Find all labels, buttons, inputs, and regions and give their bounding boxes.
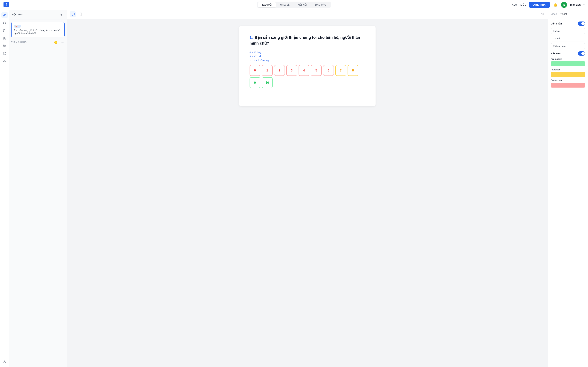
- badge-number: 1: [18, 25, 20, 27]
- passives-bar: [551, 72, 585, 77]
- svg-text:f: f: [6, 3, 7, 6]
- scale-button-3[interactable]: 3: [286, 65, 297, 76]
- scale-label-5: 5 → Có thể: [250, 54, 365, 58]
- tab-ket-noi[interactable]: KẾT NỐI: [294, 2, 311, 7]
- scale-button-1[interactable]: 1: [262, 65, 273, 76]
- passives-label: Passives: [551, 68, 585, 71]
- bat-nps-toggle[interactable]: [578, 51, 585, 56]
- scale-button-0[interactable]: 0: [250, 65, 260, 76]
- chevron-down-icon: ▾: [583, 4, 585, 6]
- svg-rect-5: [3, 37, 4, 38]
- scale-button-8[interactable]: 8: [347, 65, 358, 76]
- panel-tab-video[interactable]: Video: [551, 13, 557, 15]
- scale-button-7[interactable]: 7: [335, 65, 346, 76]
- logo[interactable]: f: [3, 2, 9, 8]
- desktop-view-button[interactable]: [70, 11, 76, 17]
- user-name[interactable]: Trinh Lam: [570, 3, 581, 6]
- panel-tab-them[interactable]: Thêm: [561, 13, 567, 15]
- scale-button-10[interactable]: 10: [262, 77, 273, 88]
- add-question-button[interactable]: THÊM CÂU HỎI: [11, 41, 27, 43]
- detractors-label: Detractors: [551, 79, 585, 82]
- scale-label-10: 10 → Rất sẵn lòng: [250, 58, 365, 63]
- question-item-1[interactable]: 📊 1 Bạn sẵn sàng giới thiệu chúng tôi ch…: [11, 22, 65, 37]
- promoters-section: Promoters: [551, 58, 585, 66]
- nav-tabs: TẠO MỚI CHIA SẺ KẾT NỐI BÁO CÁO: [257, 1, 331, 8]
- svg-rect-7: [3, 38, 4, 39]
- label-rat-san-long-input[interactable]: [551, 43, 585, 49]
- passives-section: Passives: [551, 68, 585, 77]
- badge-icon: 📊: [15, 25, 18, 27]
- svg-point-4: [3, 31, 4, 32]
- detractors-section: Detractors: [551, 79, 585, 88]
- svg-rect-10: [3, 46, 4, 47]
- svg-rect-6: [5, 37, 6, 38]
- bat-nps-label: Bật NPS: [551, 52, 561, 55]
- bell-icon[interactable]: 🔔: [553, 2, 558, 8]
- add-question-bar: THÊM CÂU HỎI 🙂 •••: [9, 37, 67, 45]
- label-co-the-input[interactable]: [551, 36, 585, 42]
- canvas-area: 1. Bạn sẵn sàng giới thiệu chúng tôi cho…: [67, 10, 548, 367]
- tab-chia-se[interactable]: CHIA SẺ: [276, 2, 294, 7]
- question-main-text: Bạn sẵn sàng giới thiệu chúng tôi cho bạ…: [250, 35, 360, 45]
- dan-nhan-label: Dán nhãn: [551, 22, 562, 25]
- label-khong-input[interactable]: [551, 28, 585, 34]
- nav-right: XEM TRƯỚC CÔNG KHAI 🔔 TL Trinh Lam ▾: [512, 2, 585, 8]
- tab-bao-cao[interactable]: BÁO CÁO: [311, 2, 330, 7]
- dan-nhan-toggle[interactable]: [578, 22, 585, 26]
- sidebar-icon-lock[interactable]: [1, 359, 8, 365]
- question-heading: 1. Bạn sẵn sàng giới thiệu chúng tôi cho…: [250, 35, 365, 46]
- bat-nps-row: Bật NPS: [551, 51, 585, 56]
- sidebar-icon-list[interactable]: [1, 43, 8, 49]
- slide-card: 1. Bạn sẵn sàng giới thiệu chúng tôi cho…: [239, 26, 376, 106]
- scale-button-4[interactable]: 4: [299, 65, 309, 76]
- panel-tabs: Video Thêm: [551, 13, 585, 18]
- question-badge: 📊 1: [14, 25, 21, 28]
- svg-rect-16: [4, 362, 5, 363]
- emoji-button[interactable]: 🙂: [53, 40, 58, 45]
- sidebar-icon-megaphone[interactable]: [1, 58, 8, 64]
- more-options-button[interactable]: •••: [60, 40, 65, 45]
- right-panel: Video Thêm Dán nhãn Bật NPS Promoters Pa…: [548, 10, 588, 367]
- add-content-button[interactable]: +: [59, 12, 64, 17]
- canvas-toolbar: [67, 10, 548, 19]
- sidebar-header: NỘI DUNG +: [9, 10, 67, 20]
- scale-button-6[interactable]: 6: [323, 65, 334, 76]
- promoters-bar: [551, 61, 585, 66]
- sidebar-icon-fire[interactable]: [1, 20, 8, 26]
- refresh-button[interactable]: [539, 12, 545, 17]
- sidebar-icon-branch[interactable]: [1, 27, 8, 33]
- scale-label-0: 0 → Không: [250, 50, 365, 54]
- scale-button-5[interactable]: 5: [311, 65, 322, 76]
- svg-point-15: [4, 53, 5, 54]
- nps-section: Bật NPS Promoters Passives Detractors: [551, 51, 585, 90]
- sidebar-icon-settings[interactable]: [1, 50, 8, 57]
- cong-khai-button[interactable]: CÔNG KHAI: [529, 2, 550, 8]
- dan-nhan-row: Dán nhãn: [551, 22, 585, 26]
- scale-button-9[interactable]: 9: [250, 77, 260, 88]
- sidebar-icon-grid[interactable]: [1, 35, 8, 41]
- icon-sidebar: [0, 10, 9, 367]
- detractors-bar: [551, 83, 585, 88]
- scale-button-2[interactable]: 2: [274, 65, 285, 76]
- promoters-label: Promoters: [551, 58, 585, 60]
- tab-tao-moi[interactable]: TẠO MỚI: [258, 2, 276, 7]
- mobile-view-button[interactable]: [78, 11, 84, 17]
- sidebar-title: NỘI DUNG: [12, 13, 24, 16]
- main-layout: NỘI DUNG + 📊 1 Bạn sẵn sàng giới thiệu c…: [0, 10, 588, 367]
- svg-point-19: [80, 15, 81, 16]
- scale-labels: 0 → Không 5 → Có thể 10 → Rất sẵn lòng: [250, 50, 365, 63]
- question-text: Bạn sẵn sàng giới thiệu chúng tôi cho bạ…: [14, 29, 62, 35]
- avatar[interactable]: TL: [561, 2, 567, 8]
- svg-point-3: [5, 29, 6, 30]
- content-sidebar: NỘI DUNG + 📊 1 Bạn sẵn sàng giới thiệu c…: [9, 10, 67, 367]
- svg-rect-9: [3, 45, 4, 46]
- sidebar-icon-edit[interactable]: [1, 12, 8, 18]
- svg-rect-8: [5, 38, 6, 39]
- top-nav: f TẠO MỚI CHIA SẺ KẾT NỐI BÁO CÁO XEM TR…: [0, 0, 588, 10]
- canvas-content: 1. Bạn sẵn sàng giới thiệu chúng tôi cho…: [67, 19, 548, 367]
- question-number: 1.: [250, 35, 253, 40]
- xem-truoc-button[interactable]: XEM TRƯỚC: [512, 3, 526, 6]
- scale-buttons: 0 1 2 3 4 5 6 7 8 9 10: [250, 65, 365, 88]
- svg-rect-17: [71, 13, 74, 15]
